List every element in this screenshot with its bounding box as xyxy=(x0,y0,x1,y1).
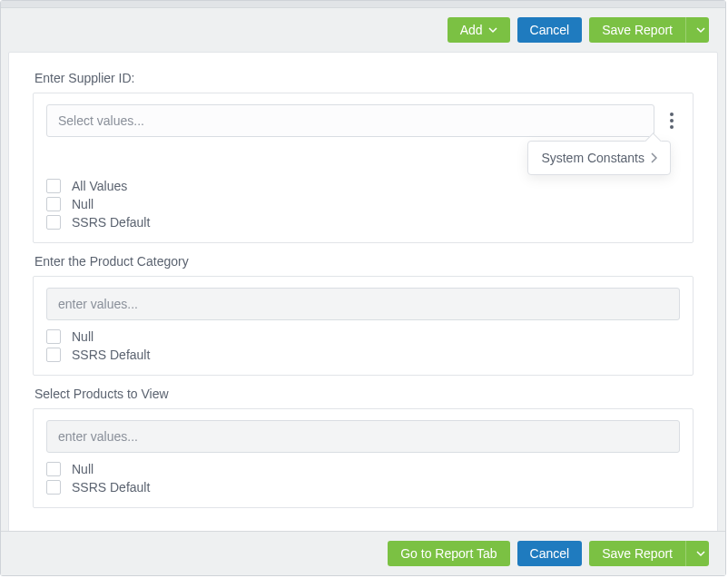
checkbox[interactable] xyxy=(46,329,61,344)
checkbox[interactable] xyxy=(46,348,61,362)
supplier-placeholder: Select values... xyxy=(58,113,144,128)
option-label: SSRS Default xyxy=(72,480,150,495)
supplier-select-bar: Select values... xyxy=(46,104,680,137)
category-placeholder: enter values... xyxy=(58,297,138,311)
supplier-option-all-values[interactable]: All Values xyxy=(46,179,680,193)
save-report-split-button-top: Save Report xyxy=(589,17,709,43)
save-report-button-bottom-label: Save Report xyxy=(602,546,673,561)
save-report-button-top-label: Save Report xyxy=(602,23,673,37)
chevron-right-icon xyxy=(650,152,657,163)
products-option-ssrs-default[interactable]: SSRS Default xyxy=(46,480,680,495)
cancel-button-top[interactable]: Cancel xyxy=(517,17,583,43)
add-button-label: Add xyxy=(460,23,483,37)
products-panel: enter values... Null SSRS Default xyxy=(33,408,694,508)
go-to-report-tab-label: Go to Report Tab xyxy=(400,546,497,561)
category-select-input[interactable]: enter values... xyxy=(46,288,680,320)
option-label: All Values xyxy=(72,179,127,193)
products-placeholder: enter values... xyxy=(58,429,138,444)
toolbar-top: Add Cancel Save Report xyxy=(1,8,725,52)
option-label: Null xyxy=(72,197,93,211)
checkbox[interactable] xyxy=(46,215,61,230)
option-label: SSRS Default xyxy=(72,348,150,362)
toolbar-bottom: Go to Report Tab Cancel Save Report xyxy=(1,531,725,575)
save-report-dropdown-bottom[interactable] xyxy=(685,541,709,566)
header-band xyxy=(1,1,725,8)
category-option-null[interactable]: Null xyxy=(46,329,680,344)
products-options: Null SSRS Default xyxy=(46,462,680,495)
chevron-down-icon xyxy=(488,25,497,34)
kebab-menu-icon[interactable] xyxy=(664,113,680,129)
save-report-split-button-bottom: Save Report xyxy=(589,541,709,566)
save-report-dropdown-top[interactable] xyxy=(685,17,709,43)
category-option-ssrs-default[interactable]: SSRS Default xyxy=(46,348,680,362)
category-label: Enter the Product Category xyxy=(34,254,703,269)
form-card: Enter Supplier ID: Select values... Syst… xyxy=(8,52,718,540)
supplier-panel: Select values... System Constants All Va… xyxy=(33,93,694,243)
category-options: Null SSRS Default xyxy=(46,329,680,362)
go-to-report-tab-button[interactable]: Go to Report Tab xyxy=(388,541,509,566)
cancel-button-top-label: Cancel xyxy=(530,23,570,37)
cancel-button-bottom[interactable]: Cancel xyxy=(517,541,583,566)
checkbox[interactable] xyxy=(46,462,61,476)
supplier-option-ssrs-default[interactable]: SSRS Default xyxy=(46,215,680,230)
chevron-down-icon xyxy=(696,25,705,34)
cancel-button-bottom-label: Cancel xyxy=(530,546,570,561)
products-label: Select Products to View xyxy=(34,387,703,401)
system-constants-popover[interactable]: System Constants xyxy=(527,141,671,175)
system-constants-label: System Constants xyxy=(541,151,644,165)
supplier-select-input[interactable]: Select values... xyxy=(46,104,654,137)
products-select-input[interactable]: enter values... xyxy=(46,420,680,453)
app-frame: Add Cancel Save Report Enter Supplier ID… xyxy=(0,0,726,576)
products-option-null[interactable]: Null xyxy=(46,462,680,476)
chevron-down-icon xyxy=(696,549,705,558)
supplier-options: All Values Null SSRS Default xyxy=(46,179,680,230)
checkbox[interactable] xyxy=(46,480,61,495)
checkbox[interactable] xyxy=(46,197,61,211)
option-label: SSRS Default xyxy=(72,215,150,230)
checkbox[interactable] xyxy=(46,179,61,193)
supplier-option-null[interactable]: Null xyxy=(46,197,680,211)
supplier-label: Enter Supplier ID: xyxy=(34,71,703,85)
option-label: Null xyxy=(72,329,93,344)
option-label: Null xyxy=(72,462,93,476)
category-panel: enter values... Null SSRS Default xyxy=(33,276,694,376)
save-report-button-bottom[interactable]: Save Report xyxy=(589,541,685,566)
save-report-button-top[interactable]: Save Report xyxy=(589,17,685,43)
add-button[interactable]: Add xyxy=(448,17,510,43)
